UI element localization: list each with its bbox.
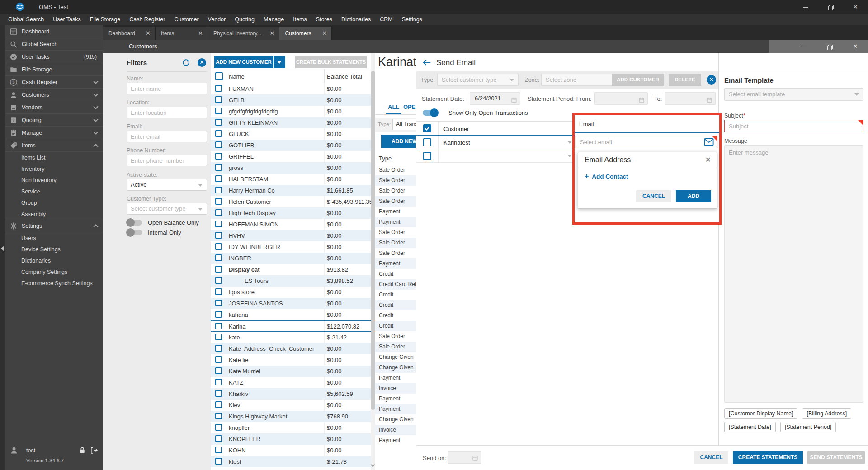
collapse-arrow-icon[interactable]: [1, 246, 4, 251]
sidebar-item[interactable]: Items List: [5, 152, 103, 163]
name-filter-input[interactable]: [127, 83, 207, 94]
filters-close-icon[interactable]: ✕: [198, 58, 206, 67]
transaction-row[interactable]: Payment: [375, 258, 416, 269]
sidebar-item[interactable]: Assembly: [5, 208, 103, 220]
sidebar-item[interactable]: Global Search: [5, 38, 103, 51]
row-checkbox[interactable]: [215, 141, 222, 148]
menu-item[interactable]: User Tasks: [48, 14, 85, 25]
transaction-row[interactable]: Sale Order: [375, 227, 416, 238]
email-template-select[interactable]: Select email template: [724, 88, 863, 101]
document-tab[interactable]: Dashboard ✕: [103, 27, 156, 40]
transaction-row[interactable]: Sale Order: [375, 165, 416, 175]
tab-close-icon[interactable]: ✕: [146, 30, 151, 37]
transaction-row[interactable]: Payment: [375, 435, 416, 446]
type-filter-select[interactable]: All Transactions: [392, 119, 416, 130]
create-statements-button[interactable]: CREATE STATEMENTS: [733, 451, 803, 464]
row-checkbox[interactable]: [215, 390, 222, 397]
cancel-button[interactable]: CANCEL: [694, 451, 728, 464]
menu-item[interactable]: Quoting: [230, 14, 259, 25]
minimize-icon[interactable]: [795, 0, 816, 14]
sidebar-item[interactable]: Non Inventory: [5, 174, 103, 186]
tab-open[interactable]: OPEN: [403, 103, 416, 110]
row-checkbox[interactable]: [215, 323, 222, 329]
sidebar-item[interactable]: File Storage: [5, 63, 103, 76]
sidebar-item[interactable]: $ Cash Register: [5, 76, 103, 89]
row-checkbox[interactable]: [215, 153, 222, 160]
row-checkbox[interactable]: [215, 85, 222, 92]
table-row[interactable]: gross $0.00: [211, 162, 371, 174]
active-state-select[interactable]: Active: [127, 179, 207, 191]
row-checkbox[interactable]: [215, 288, 222, 295]
add-customer-button[interactable]: ADD CUSTOMER: [612, 74, 664, 86]
subject-input[interactable]: [725, 120, 856, 132]
transaction-row[interactable]: Change Given: [375, 362, 416, 373]
customer-row-checkbox[interactable]: [423, 138, 431, 146]
table-row[interactable]: FUXMAN $0.00: [211, 83, 371, 94]
transaction-row[interactable]: Payment: [375, 217, 416, 227]
add-contact-link[interactable]: +Add Contact: [585, 172, 628, 180]
sidebar-item[interactable]: Dictionaries: [5, 255, 103, 266]
sidebar-item[interactable]: Users: [5, 232, 103, 244]
scroll-down-icon[interactable]: [371, 463, 375, 467]
phone-filter-input[interactable]: [127, 155, 207, 166]
row-checkbox[interactable]: [215, 187, 222, 193]
row-checkbox[interactable]: [215, 254, 222, 261]
logout-icon[interactable]: [90, 446, 98, 454]
select-all-customers-checkbox[interactable]: [423, 124, 431, 132]
table-row[interactable]: KOHN $0.00: [211, 445, 371, 456]
table-row[interactable]: GELB $0.00: [211, 94, 371, 106]
sidebar-item[interactable]: ? Quoting: [5, 114, 103, 127]
row-checkbox[interactable]: [215, 424, 222, 431]
row-checkbox[interactable]: [215, 379, 222, 385]
period-from-field[interactable]: [594, 92, 648, 105]
row-checkbox[interactable]: [215, 435, 222, 442]
send-on-field[interactable]: [448, 451, 481, 464]
transaction-row[interactable]: Sale Order: [375, 342, 416, 352]
template-chip[interactable]: [Statement Period]: [780, 422, 836, 432]
message-textarea[interactable]: Enter message: [724, 145, 863, 403]
table-row[interactable]: GRIFFEL $0.00: [211, 151, 371, 162]
dialog-zone-select[interactable]: Select zone: [541, 74, 622, 86]
refresh-icon[interactable]: [182, 58, 190, 67]
table-row[interactable]: INGBER $0.00: [211, 253, 371, 264]
menu-item[interactable]: Cash Register: [125, 14, 170, 25]
transaction-row[interactable]: Sale Order: [375, 248, 416, 258]
transaction-row[interactable]: Invoice: [375, 425, 416, 435]
table-row[interactable]: High Tech Display $0.00: [211, 207, 371, 219]
row-checkbox[interactable]: [215, 198, 222, 205]
close-icon[interactable]: ✕: [845, 0, 866, 14]
transaction-row[interactable]: Change Given: [375, 352, 416, 362]
inner-close-icon[interactable]: ✕: [845, 40, 866, 53]
transaction-row[interactable]: Sale Order: [375, 238, 416, 248]
sidebar-item[interactable]: E-commerce Synch Settings: [5, 277, 103, 289]
table-row[interactable]: kahana $0.00: [211, 309, 371, 320]
transaction-row[interactable]: Sale Order: [375, 186, 416, 196]
table-row[interactable]: Kate lie $0.00: [211, 354, 371, 366]
select-all-checkbox[interactable]: [215, 72, 223, 80]
transaction-row[interactable]: Credit: [375, 269, 416, 279]
table-row[interactable]: JOSEFINA SANTOS $0.00: [211, 298, 371, 309]
table-row[interactable]: Iqos store $0.00: [211, 287, 371, 298]
dialog-close-icon[interactable]: ✕: [707, 75, 716, 85]
template-chip[interactable]: [Customer Display Name]: [724, 408, 797, 419]
table-row[interactable]: Helen Customer $-435,493,911.35: [211, 196, 371, 207]
transaction-row[interactable]: Credit Card Refund: [375, 279, 416, 290]
menu-item[interactable]: Settings: [397, 14, 427, 25]
row-checkbox[interactable]: [215, 130, 222, 137]
row-checkbox[interactable]: [215, 458, 222, 465]
menu-item[interactable]: File Storage: [85, 14, 125, 25]
row-checkbox[interactable]: [215, 413, 222, 419]
row-checkbox[interactable]: [215, 232, 222, 239]
row-checkbox[interactable]: [215, 356, 222, 363]
tab-close-icon[interactable]: ✕: [322, 30, 327, 37]
table-row[interactable]: HOFFMAN SIMON $0.00: [211, 219, 371, 230]
table-row[interactable]: knopfler $0.00: [211, 422, 371, 433]
dialog-type-select[interactable]: Select customer type: [437, 74, 519, 86]
template-chip[interactable]: [Billing Address]: [802, 408, 851, 419]
customer-type-select[interactable]: Select customer type: [127, 203, 207, 215]
table-row[interactable]: IDY WEINBERGER $0.00: [211, 241, 371, 253]
internal-only-toggle[interactable]: [127, 230, 142, 235]
email-filter-input[interactable]: [127, 131, 207, 142]
row-checkbox[interactable]: [215, 209, 222, 216]
sidebar-item[interactable]: Service: [5, 186, 103, 197]
